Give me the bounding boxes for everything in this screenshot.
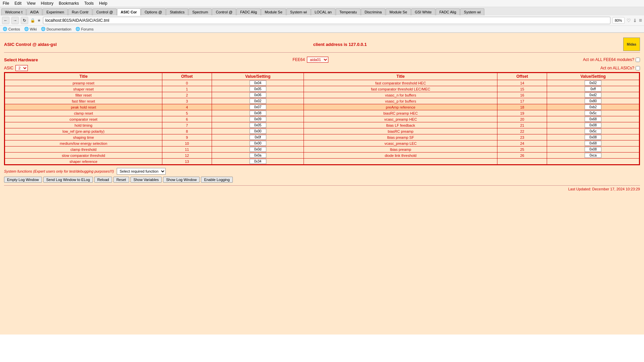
act-all-asics-checkbox[interactable] [636,66,640,70]
right-value-cell[interactable] [547,146,639,153]
favorites-icon[interactable]: ♡ [627,18,631,23]
tab-control1[interactable]: Control @ [93,8,117,15]
left-value-input[interactable] [250,105,266,110]
right-value-input[interactable] [585,153,601,158]
right-value-input[interactable] [585,99,601,104]
left-value-input[interactable] [250,80,266,85]
right-value-cell[interactable] [547,110,639,116]
bookmark-documentation[interactable]: 🌐 Documentation [41,27,71,31]
left-value-input[interactable] [250,99,266,104]
reload-button[interactable]: ↻ [21,17,28,24]
left-value-cell[interactable] [212,86,304,92]
left-value-cell[interactable] [212,98,304,104]
tab-temperature[interactable]: Temperatu [336,8,361,15]
right-value-input[interactable] [585,105,601,110]
bookmark-centos[interactable]: 🌐 Centos [3,27,20,31]
menu-edit[interactable]: Edit [14,1,21,6]
reset-button[interactable]: Reset [113,177,129,183]
tab-module1[interactable]: Module Se [261,8,286,15]
left-value-input[interactable] [250,86,266,92]
tab-asic[interactable]: ASIC Cor [117,8,141,15]
menu-help[interactable]: Help [99,1,107,6]
left-value-input[interactable] [250,123,266,128]
reload-button-page[interactable]: Reload [94,177,112,183]
tab-options[interactable]: Options @ [141,8,166,15]
system-functions-select[interactable]: Select required function [117,168,166,175]
right-value-cell[interactable] [547,98,639,104]
right-value-cell[interactable] [547,86,639,92]
tab-statistics[interactable]: Statistics [166,8,188,15]
right-value-cell[interactable] [547,80,639,86]
menu-file[interactable]: File [3,1,9,6]
asic-select[interactable]: 2 [15,65,28,71]
left-value-cell[interactable] [212,128,304,134]
right-value-input[interactable] [585,147,601,152]
tab-fadc2[interactable]: FADC Alig [436,8,460,15]
left-value-input[interactable] [250,129,266,134]
tab-system1[interactable]: System wi [286,8,311,15]
show-log-window-button[interactable]: Show Log Window [163,177,200,183]
menu-history[interactable]: History [41,1,53,6]
tab-fadc1[interactable]: FADC Alig [236,8,261,15]
tab-local[interactable]: LOCAL an [311,8,335,15]
tab-welcome[interactable]: Welcome t [1,8,26,15]
tab-control2[interactable]: Control @ [212,8,236,15]
tab-aida[interactable]: AIDA [26,8,43,15]
tab-gsi[interactable]: GSI White [411,8,435,15]
bookmark-forums[interactable]: 🌐 Forums [75,27,94,31]
download-icon[interactable]: ⇓ [633,18,637,23]
right-value-input[interactable] [585,129,601,134]
tab-experiment[interactable]: Experimen [43,8,68,15]
tab-system2[interactable]: System wi [460,8,484,15]
send-log-button[interactable]: Send Log Window to ELog [43,177,93,183]
right-value-cell[interactable] [547,104,639,110]
menu-bookmarks[interactable]: Bookmarks [59,1,79,6]
left-value-cell[interactable] [212,110,304,116]
left-value-input[interactable] [250,147,266,152]
left-value-input[interactable] [250,141,266,146]
right-value-cell[interactable] [547,140,639,146]
left-value-cell[interactable] [212,146,304,153]
left-value-cell[interactable] [212,159,304,165]
back-button[interactable]: ← [2,17,9,24]
menu-tools[interactable]: Tools [84,1,94,6]
left-value-input[interactable] [250,159,266,164]
right-value-input[interactable] [585,117,601,122]
left-value-cell[interactable] [212,92,304,98]
right-value-cell[interactable] [547,92,639,98]
left-value-cell[interactable] [212,80,304,86]
right-value-cell[interactable] [547,122,639,128]
right-value-input[interactable] [585,135,601,140]
url-bar[interactable] [43,17,610,24]
right-value-cell[interactable] [547,116,639,122]
enable-logging-button[interactable]: Enable Logging [201,177,232,183]
act-all-fee64-checkbox[interactable] [636,58,640,62]
menu-icon[interactable]: ≡ [639,17,642,23]
left-value-cell[interactable] [212,104,304,110]
right-value-cell[interactable] [547,128,639,134]
left-value-input[interactable] [250,135,266,140]
right-value-input[interactable] [585,80,601,85]
right-value-cell[interactable] [547,153,639,159]
right-value-cell[interactable] [547,159,639,165]
right-value-input[interactable] [585,123,601,128]
right-value-cell[interactable] [547,134,639,140]
empty-log-button[interactable]: Empty Log Window [4,177,42,183]
forward-button[interactable]: → [11,17,19,24]
tab-run-control[interactable]: Run Contr [68,8,92,15]
menu-view[interactable]: View [27,1,36,6]
left-value-input[interactable] [250,93,266,98]
left-value-cell[interactable] [212,116,304,122]
show-variables-button[interactable]: Show Variables [130,177,162,183]
left-value-input[interactable] [250,153,266,158]
fee64-select[interactable]: aida01 [307,57,328,63]
right-value-input[interactable] [585,93,601,98]
left-value-cell[interactable] [212,134,304,140]
left-value-input[interactable] [250,117,266,122]
left-value-input[interactable] [250,111,266,116]
tab-discriminator[interactable]: Discrimina [361,8,385,15]
left-value-cell[interactable] [212,153,304,159]
right-value-input[interactable] [585,86,601,92]
tab-spectrum[interactable]: Spectrum [189,8,212,15]
right-value-input[interactable] [585,141,601,146]
